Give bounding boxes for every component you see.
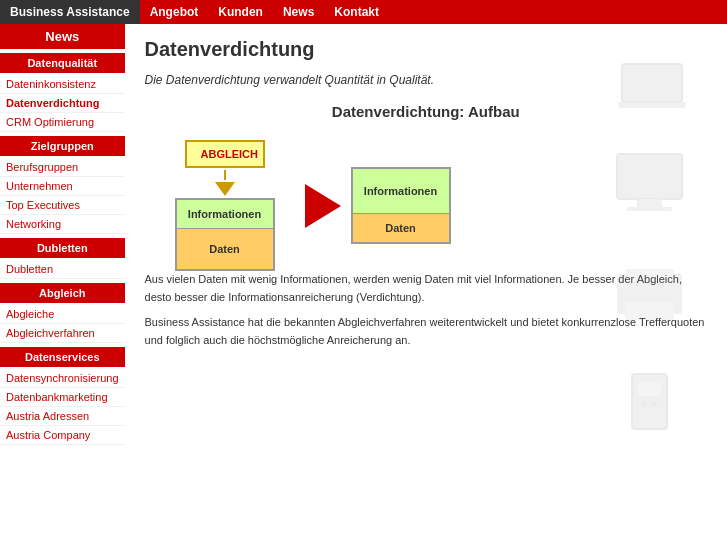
sidebar-section-dubletten[interactable]: Dubletten	[0, 238, 125, 258]
left-data-box: Informationen Daten	[175, 198, 275, 271]
sidebar-title: News	[0, 24, 125, 49]
svg-rect-2	[617, 154, 682, 199]
svg-point-10	[641, 401, 647, 407]
sidebar-item-unternehmen[interactable]: Unternehmen	[0, 177, 125, 196]
sidebar-section-datenqualitat[interactable]: Datenqualität	[0, 53, 125, 73]
svg-point-11	[651, 401, 657, 407]
right-info-label: Informationen	[353, 169, 449, 214]
sidebar-section-zielgruppen[interactable]: Zielgruppen	[0, 136, 125, 156]
sidebar: News Datenqualität Dateninkonsistenz Dat…	[0, 24, 125, 445]
brand-label: Business Assistance	[0, 0, 140, 24]
sidebar-section-abgleich[interactable]: Abgleich	[0, 283, 125, 303]
sidebar-item-datenverdichtung[interactable]: Datenverdichtung	[0, 94, 125, 113]
nav-kunden[interactable]: Kunden	[208, 0, 273, 24]
sidebar-item-dubletten[interactable]: Dubletten	[0, 260, 125, 279]
arrow-down-icon	[215, 182, 235, 196]
svg-rect-1	[618, 102, 686, 108]
sidebar-section-datenservices[interactable]: Datenservices	[0, 347, 125, 367]
left-data-label: Daten	[177, 229, 273, 269]
nav-angebot[interactable]: Angebot	[140, 0, 209, 24]
svg-rect-0	[622, 64, 682, 102]
right-data-label: Daten	[353, 214, 449, 242]
sidebar-item-crm-optimierung[interactable]: CRM Optimierung	[0, 113, 125, 132]
nav-news[interactable]: News	[273, 0, 324, 24]
sidebar-item-networking[interactable]: Networking	[0, 215, 125, 234]
sidebar-item-austria-company[interactable]: Austria Company	[0, 426, 125, 445]
decorative-watermark	[562, 54, 722, 445]
sidebar-item-dateninkonsistenz[interactable]: Dateninkonsistenz	[0, 75, 125, 94]
svg-rect-9	[638, 382, 661, 396]
top-nav: Business Assistance Angebot Kunden News …	[0, 0, 727, 24]
sidebar-item-berufsgruppen[interactable]: Berufsgruppen	[0, 158, 125, 177]
svg-rect-3	[637, 199, 662, 207]
sidebar-item-abgleichverfahren[interactable]: Abgleichverfahren	[0, 324, 125, 343]
svg-rect-4	[627, 207, 672, 211]
sidebar-item-abgleiche[interactable]: Abgleiche	[0, 305, 125, 324]
right-arrow-icon	[305, 184, 341, 228]
svg-rect-7	[625, 302, 674, 320]
left-info-label: Informationen	[177, 200, 273, 229]
sidebar-item-datenbankmarketing[interactable]: Datenbankmarketing	[0, 388, 125, 407]
nav-kontakt[interactable]: Kontakt	[324, 0, 389, 24]
svg-rect-6	[625, 269, 674, 281]
sidebar-item-top-executives[interactable]: Top Executives	[0, 196, 125, 215]
abgleich-box: ABGLEICH	[185, 140, 265, 168]
main-content: Datenverdichtung Die Datenverdichtung ve…	[125, 24, 727, 445]
sidebar-item-austria-adressen[interactable]: Austria Adressen	[0, 407, 125, 426]
right-data-box: Informationen Daten	[351, 167, 451, 244]
sidebar-item-datensynchronisierung[interactable]: Datensynchronisierung	[0, 369, 125, 388]
